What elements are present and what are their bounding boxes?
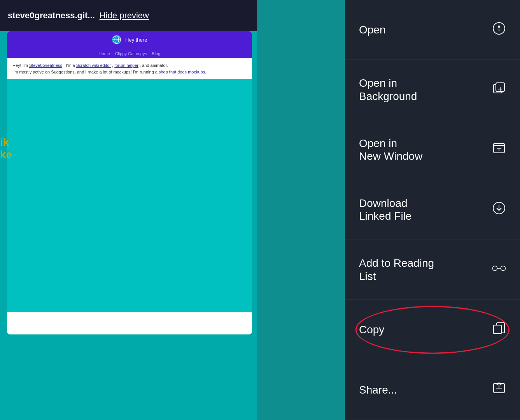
scratch-content	[7, 79, 252, 312]
nav-clippycat[interactable]: Clippy Cat copys	[115, 51, 147, 56]
svg-point-16	[493, 266, 497, 271]
bio-line1: Hey! I'm Steve0Greatness , I'm a Scratch…	[12, 62, 247, 69]
menu-label-share: Share...	[359, 383, 397, 397]
top-bar: steve0greatness.git... Hide preview	[0, 0, 257, 31]
avatar	[112, 35, 121, 44]
menu-item-copy[interactable]: Copy	[345, 300, 520, 360]
menu-item-share[interactable]: Share...	[345, 360, 520, 420]
menu-label-download: DownloadLinked File	[359, 197, 411, 223]
preview-inner: Hey there Home Clippy Cat copys Blog Hey…	[7, 31, 252, 334]
menu-item-new-window[interactable]: Open inNew Window	[345, 120, 520, 180]
bio-link-wiki[interactable]: Scratch wiki editor	[76, 63, 111, 68]
svg-point-3	[493, 23, 505, 34]
page-title: steve0greatness.git...	[8, 10, 95, 21]
scratch-nav: Home Clippy Cat copys Blog	[7, 48, 252, 58]
svg-marker-5	[497, 28, 501, 32]
menu-label-reading-list: Add to ReadingList	[359, 257, 434, 283]
menu-item-open[interactable]: Open	[345, 0, 520, 60]
menu-item-download[interactable]: DownloadLinked File	[345, 180, 520, 240]
menu-label-open: Open	[359, 23, 386, 37]
svg-point-17	[501, 266, 506, 271]
bio-link-shop[interactable]: shop that does mockups.	[159, 70, 206, 74]
bio-link-forum[interactable]: forum helper	[114, 63, 138, 68]
svg-marker-4	[497, 24, 501, 28]
hide-preview-link[interactable]: Hide preview	[100, 10, 149, 21]
compass-icon	[492, 21, 506, 38]
nav-home[interactable]: Home	[99, 51, 110, 56]
menu-item-reading-list[interactable]: Add to ReadingList	[345, 240, 520, 300]
menu-label-open-bg: Open inBackground	[359, 77, 417, 103]
reading-list-icon	[492, 261, 506, 278]
bio-link-steve[interactable]: Steve0Greatness	[29, 63, 62, 68]
greeting-text: Hey there	[125, 37, 147, 43]
svg-rect-19	[494, 325, 501, 334]
copy-icon	[492, 321, 506, 338]
preview-area: Hey there Home Clippy Cat copys Blog Hey…	[7, 31, 252, 334]
left-text-line2: ke	[0, 149, 12, 161]
menu-label-copy: Copy	[359, 323, 384, 336]
menu-label-new-window: Open inNew Window	[359, 137, 422, 163]
open-background-icon	[492, 81, 506, 98]
context-menu: Open Open inBackground Open inNew Window	[345, 0, 520, 420]
scratch-bio: Hey! I'm Steve0Greatness , I'm a Scratch…	[7, 58, 252, 79]
open-new-window-icon	[492, 141, 506, 158]
share-icon	[492, 381, 506, 398]
scratch-header: Hey there	[7, 31, 252, 48]
bio-line2: I'm mostly active on Suggestions, and I …	[12, 69, 247, 75]
menu-item-open-bg[interactable]: Open inBackground	[345, 60, 520, 120]
left-text-line1: ik	[0, 136, 12, 149]
download-icon	[492, 201, 506, 218]
nav-blog[interactable]: Blog	[152, 51, 160, 56]
left-partial-text: ik ke	[0, 136, 12, 161]
